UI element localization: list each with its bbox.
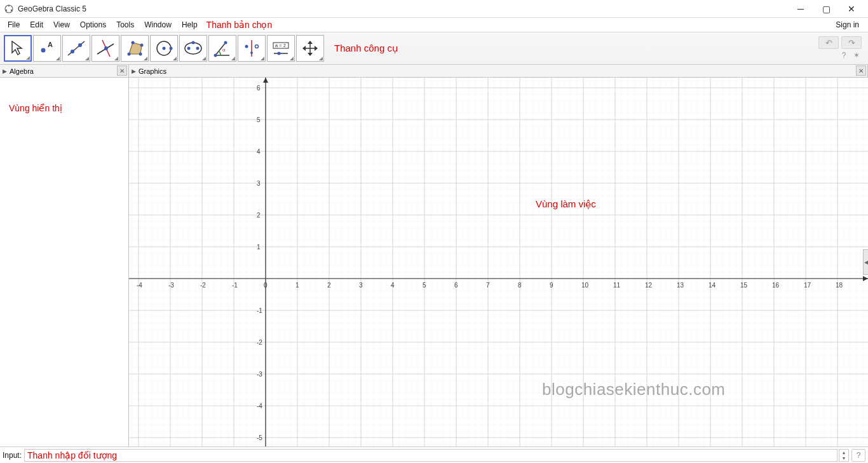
menu-window[interactable]: Window	[139, 19, 177, 31]
svg-point-24	[214, 54, 217, 57]
workspace: Vùng hiển thị -4-3-2-1012345678910111213…	[0, 78, 868, 446]
svg-point-21	[187, 47, 191, 50]
close-button[interactable]: ✕	[839, 0, 864, 18]
input-field[interactable]	[24, 449, 837, 462]
svg-text:α: α	[222, 47, 226, 53]
svg-text:0: 0	[264, 282, 268, 289]
svg-text:a = 2: a = 2	[275, 43, 286, 48]
coordinate-grid[interactable]: -4-3-2-10123456789101112131415161718-5-4…	[129, 78, 868, 446]
svg-point-23	[192, 41, 195, 45]
menu-edit[interactable]: Edit	[25, 19, 48, 31]
menu-file[interactable]: File	[3, 19, 25, 31]
help-icon[interactable]: ?	[839, 50, 849, 60]
svg-text:9: 9	[550, 282, 553, 289]
app-icon	[4, 4, 14, 14]
svg-text:6: 6	[257, 85, 261, 92]
svg-text:2: 2	[327, 282, 331, 289]
menu-annotation: Thanh bản chọn	[207, 20, 273, 30]
svg-text:-4: -4	[137, 282, 142, 289]
algebra-title: Algebra	[10, 67, 34, 75]
graphics-annotation: Vùng làm việc	[536, 198, 596, 210]
line-tool[interactable]	[62, 35, 90, 62]
chevron-right-icon: ▶	[132, 68, 136, 74]
svg-text:3: 3	[257, 180, 261, 187]
svg-text:11: 11	[613, 282, 621, 289]
perpendicular-tool[interactable]	[92, 35, 119, 62]
graphics-panel[interactable]: -4-3-2-10123456789101112131415161718-5-4…	[129, 78, 868, 446]
menu-bar: File Edit View Options Tools Window Help…	[0, 18, 868, 32]
input-history-spinner[interactable]: ▲▼	[839, 449, 849, 462]
input-help-button[interactable]: ?	[851, 449, 865, 462]
svg-text:18: 18	[836, 282, 843, 289]
move-view-tool[interactable]	[296, 35, 324, 62]
point-tool[interactable]: A	[33, 35, 61, 62]
svg-text:-1: -1	[232, 282, 238, 289]
algebra-panel-header[interactable]: ▶ Algebra ✕	[0, 65, 129, 77]
app-title: GeoGebra Classic 5	[18, 4, 86, 13]
angle-tool[interactable]: α	[208, 35, 236, 62]
toolbar-annotation: Thanh công cụ	[334, 43, 398, 54]
svg-text:7: 7	[486, 282, 490, 289]
menu-view[interactable]: View	[48, 19, 75, 31]
menu-help[interactable]: Help	[177, 19, 203, 31]
svg-text:6: 6	[454, 282, 458, 289]
algebra-annotation: Vùng hiển thị	[9, 103, 62, 113]
algebra-panel[interactable]: Vùng hiển thị	[0, 78, 129, 446]
svg-point-7	[71, 50, 74, 53]
maximize-button[interactable]: ▢	[813, 0, 839, 18]
svg-line-6	[68, 41, 85, 55]
svg-point-29	[255, 45, 259, 48]
svg-text:10: 10	[581, 282, 589, 289]
svg-text:8: 8	[518, 282, 522, 289]
redo-button[interactable]: ↷	[841, 36, 862, 49]
svg-text:1: 1	[295, 282, 299, 289]
svg-point-22	[196, 47, 200, 50]
graphics-panel-header[interactable]: ▶ Graphics ✕	[129, 65, 868, 77]
menu-tools[interactable]: Tools	[111, 19, 139, 31]
svg-point-4	[41, 48, 46, 53]
graphics-close-button[interactable]: ✕	[856, 66, 866, 76]
svg-point-13	[128, 53, 131, 56]
svg-marker-12	[129, 43, 142, 54]
side-panel-handle[interactable]: ◀	[863, 249, 868, 275]
svg-text:4: 4	[257, 148, 261, 155]
svg-text:17: 17	[804, 282, 811, 289]
svg-text:-1: -1	[257, 307, 262, 314]
svg-text:-4: -4	[257, 403, 262, 410]
circle-tool[interactable]	[150, 35, 178, 62]
svg-text:12: 12	[645, 282, 653, 289]
sign-in-link[interactable]: Sign in	[829, 19, 865, 31]
graphics-title: Graphics	[139, 67, 166, 75]
menu-options[interactable]: Options	[75, 19, 111, 31]
minimize-button[interactable]: ─	[788, 0, 813, 18]
toolbar: A α a = 2 Thanh công cụ ↶ ↷	[0, 32, 868, 65]
svg-text:-3: -3	[257, 371, 262, 378]
svg-point-11	[104, 46, 108, 50]
ellipse-tool[interactable]	[179, 35, 207, 62]
undo-button[interactable]: ↶	[818, 36, 839, 49]
svg-point-19	[170, 47, 173, 50]
svg-text:15: 15	[740, 282, 748, 289]
algebra-close-button[interactable]: ✕	[117, 66, 127, 76]
title-bar: GeoGebra Classic 5 ─ ▢ ✕	[0, 0, 868, 18]
input-label: Input:	[3, 451, 22, 460]
svg-point-34	[278, 52, 281, 55]
svg-text:-2: -2	[200, 282, 206, 289]
slider-tool[interactable]: a = 2	[267, 35, 295, 62]
watermark: blogchiasekienthuc.com	[542, 380, 726, 399]
svg-text:16: 16	[772, 282, 780, 289]
svg-point-8	[78, 43, 82, 47]
svg-text:-3: -3	[168, 282, 174, 289]
svg-point-18	[163, 47, 166, 50]
svg-text:2: 2	[257, 212, 261, 219]
input-bar: Input: ▲▼ ?	[0, 446, 868, 463]
move-tool[interactable]	[4, 35, 32, 62]
svg-point-15	[140, 44, 144, 47]
svg-point-30	[250, 52, 253, 54]
reflect-tool[interactable]	[238, 35, 266, 62]
svg-point-16	[132, 41, 135, 45]
settings-icon[interactable]: ✶	[851, 50, 862, 60]
svg-point-3	[8, 4, 10, 6]
polygon-tool[interactable]	[121, 35, 149, 62]
svg-point-28	[245, 45, 248, 48]
